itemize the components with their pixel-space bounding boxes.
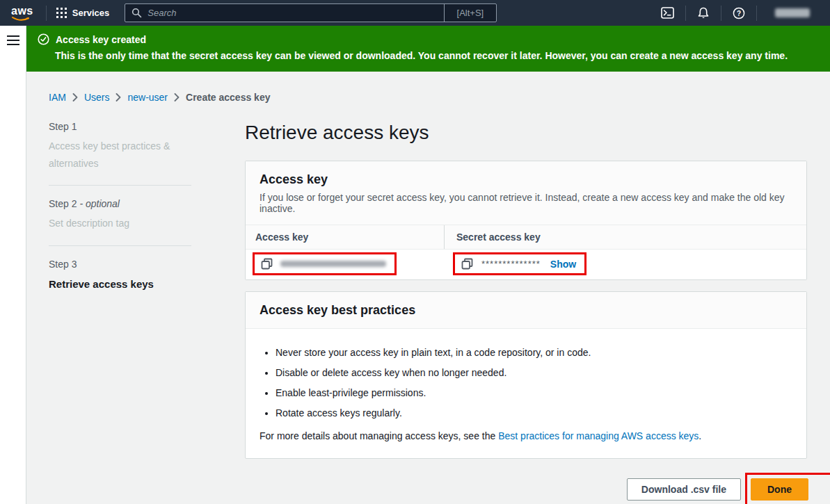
footer-text: For more details about managing access k… (260, 430, 498, 441)
key-table-header: Access key Secret access key (246, 225, 806, 250)
access-key-card: Access key If you lose or forget your se… (245, 161, 807, 280)
notifications-button[interactable] (688, 7, 719, 19)
notifications-icon (697, 7, 710, 19)
aws-smile-icon (12, 17, 30, 22)
best-practices-card-header: Access key best practices (246, 292, 806, 329)
chevron-right-icon (72, 93, 78, 101)
copy-icon[interactable] (261, 258, 273, 270)
step-optional-label: - optional (79, 198, 120, 209)
step-number: Step 2 - optional (49, 198, 191, 209)
wizard-step-3: Step 3 Retrieve access keys (49, 259, 191, 293)
best-practice-item: Rotate access keys regularly. (276, 407, 792, 418)
best-practices-card: Access key best practices Never store yo… (245, 291, 807, 459)
nav-divider (721, 6, 721, 21)
action-buttons-row: Download .csv file Done (245, 473, 807, 504)
search-icon (131, 8, 142, 18)
breadcrumb: IAM Users new-user Create access key (49, 92, 808, 103)
secret-key-masked-value: ************** (481, 259, 541, 269)
access-key-cell (246, 252, 444, 275)
best-practice-item: Enable least-privilege permissions. (276, 387, 792, 398)
search-shortcut-hint: [Alt+S] (444, 4, 497, 22)
copy-icon[interactable] (461, 258, 473, 270)
services-label: Services (72, 8, 110, 18)
success-check-icon (38, 33, 49, 45)
breadcrumb-new-user[interactable]: new-user (127, 92, 168, 103)
best-practices-card-title: Access key best practices (260, 303, 792, 318)
access-key-card-title: Access key (260, 172, 792, 187)
step-label-current: Retrieve access keys (49, 275, 191, 293)
breadcrumb-iam[interactable]: IAM (49, 92, 66, 103)
key-table-row: ************** Show (246, 250, 806, 279)
footer-text: . (699, 430, 701, 441)
cloudshell-icon (661, 7, 674, 19)
step-divider (49, 185, 191, 186)
nav-divider (46, 6, 47, 21)
aws-logo[interactable]: aws (10, 5, 36, 22)
access-key-value-redacted (280, 261, 386, 267)
services-grid-icon (56, 8, 67, 18)
access-key-card-header: Access key If you lose or forget your se… (246, 161, 806, 225)
breadcrumb-current: Create access key (186, 92, 270, 103)
success-flashbar: Access key created This is the only time… (26, 26, 830, 72)
aws-logo-text: aws (11, 5, 33, 17)
chevron-right-icon (174, 93, 179, 101)
step-number: Step 3 (49, 259, 191, 270)
content-area: Access key created This is the only time… (26, 26, 830, 504)
access-key-column-header: Access key (246, 225, 444, 249)
nav-divider (685, 6, 686, 21)
best-practices-list: Never store your access key in plain tex… (260, 347, 792, 418)
breadcrumb-users[interactable]: Users (84, 92, 110, 103)
account-menu-button[interactable] (759, 8, 822, 17)
access-key-card-description: If you lose or forget your secret access… (260, 192, 792, 214)
nav-right-group: ? (652, 6, 822, 21)
best-practices-footer: For more details about managing access k… (260, 430, 792, 441)
svg-text:?: ? (737, 10, 741, 17)
chevron-right-icon (115, 93, 121, 101)
best-practices-card-body: Never store your access key in plain tex… (246, 329, 806, 458)
hamburger-menu-icon[interactable] (6, 35, 20, 46)
search-input[interactable]: Search [Alt+S] (125, 3, 497, 22)
top-navigation-bar: aws Services Search [Alt+S] (0, 0, 830, 26)
step-label: Access key best practices & alternatives (49, 138, 191, 172)
help-button[interactable]: ? (724, 7, 754, 19)
best-practice-item: Never store your access key in plain tex… (276, 347, 792, 358)
nav-divider (756, 6, 757, 21)
secret-key-column-header: Secret access key (444, 225, 806, 249)
annotation-red-box-done: Done (745, 473, 830, 504)
page-title: Retrieve access keys (245, 122, 807, 144)
services-menu-button[interactable]: Services (56, 8, 110, 18)
flashbar-title: Access key created (56, 34, 146, 45)
show-secret-link[interactable]: Show (550, 259, 576, 270)
page-body: Access key created This is the only time… (0, 26, 830, 504)
download-csv-button[interactable]: Download .csv file (627, 478, 741, 501)
wizard-steps: Step 1 Access key best practices & alter… (49, 121, 191, 504)
search-placeholder: Search (147, 8, 443, 18)
left-rail (0, 26, 26, 504)
step-divider (49, 245, 191, 246)
annotation-red-box-access-key (253, 252, 397, 275)
step-number: Step 1 (49, 121, 191, 132)
account-name-redacted (775, 8, 810, 17)
flashbar-description: This is the only time that the secret ac… (55, 50, 817, 61)
wizard-step-2: Step 2 - optional Set description tag (49, 198, 191, 232)
best-practice-item: Disable or delete access key when no lon… (276, 367, 792, 378)
secret-key-cell: ************** Show (444, 252, 806, 275)
wizard-step-1: Step 1 Access key best practices & alter… (49, 121, 191, 172)
best-practices-link[interactable]: Best practices for managing AWS access k… (498, 430, 699, 441)
main-column: Retrieve access keys Access key If you l… (245, 121, 807, 504)
done-button[interactable]: Done (751, 478, 808, 501)
step-label: Set description tag (49, 215, 191, 232)
help-icon: ? (733, 7, 745, 19)
annotation-red-box-secret-key: ************** Show (453, 252, 586, 275)
cloudshell-button[interactable] (652, 7, 683, 19)
